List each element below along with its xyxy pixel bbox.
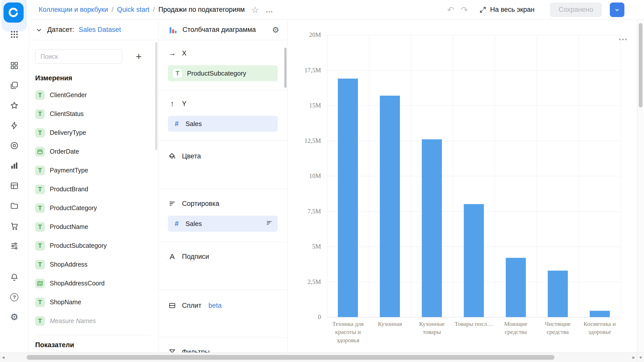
favorite-star-icon[interactable]: ☆ xyxy=(251,6,259,14)
scroll-down-arrow-icon[interactable]: ▾ xyxy=(639,355,642,360)
apps-grid-icon[interactable] xyxy=(0,26,29,42)
dataset-scrollbar-thumb[interactable] xyxy=(155,42,157,150)
colors-section: Цвета xyxy=(158,141,287,189)
dataset-name-link[interactable]: Sales Dataset xyxy=(79,26,121,34)
dataset-field-paymenttype[interactable]: TPaymentType xyxy=(29,161,158,180)
dataset-field-shopname[interactable]: TShopName xyxy=(29,293,158,312)
bar-column xyxy=(411,35,453,317)
x-field-chip[interactable]: T ProductSubcategory xyxy=(168,65,278,81)
y-axis-icon: ↑ xyxy=(168,99,176,108)
dataset-label: Датасет: xyxy=(47,26,74,34)
breadcrumb-quick-start[interactable]: Quick start xyxy=(117,6,149,14)
dataset-field-clientgender[interactable]: TClientGender xyxy=(29,86,158,104)
dataset-field-clientstatus[interactable]: TClientStatus xyxy=(29,104,158,123)
sort-direction-icon[interactable] xyxy=(266,219,273,228)
scroll-left-arrow-icon[interactable]: ◂ xyxy=(2,354,5,360)
saved-button[interactable]: Сохранено xyxy=(550,3,602,17)
horizontal-scrollbar[interactable]: ◂ ▸ xyxy=(0,352,637,362)
y-field-chip[interactable]: # Sales xyxy=(168,116,278,132)
breadcrumb: Коллекции и воркбуки / Quick start / Про… xyxy=(39,6,245,14)
dashboards-icon[interactable] xyxy=(0,57,29,74)
x-category-label: Моющие средства xyxy=(495,320,537,344)
dataset-field-productbrand[interactable]: TProductBrand xyxy=(29,180,158,199)
settings-gear-icon[interactable]: ⚙ xyxy=(0,309,29,325)
bar-Товары посл…[interactable] xyxy=(464,204,484,317)
app-window: ? ⚙ Коллекции и воркбуки / Quick start /… xyxy=(0,0,644,362)
field-search-input[interactable] xyxy=(35,49,122,64)
field-label: ProductBrand xyxy=(50,186,88,193)
plot-area xyxy=(327,35,621,317)
dataset-field-productsubcategory[interactable]: TProductSubcategory xyxy=(29,236,158,255)
field-label: ProductName xyxy=(50,223,88,230)
string-field-type-icon: T xyxy=(173,69,182,78)
bar-Кухонные товары[interactable] xyxy=(422,139,442,317)
x-category-label: Чистящие средства xyxy=(537,320,579,344)
help-icon[interactable]: ? xyxy=(0,289,29,305)
monitoring-icon[interactable] xyxy=(0,138,29,154)
dataset-field-shopaddress[interactable]: TShopAddress xyxy=(29,255,158,274)
save-dropdown-button[interactable] xyxy=(610,3,624,17)
column-chart-type-icon[interactable] xyxy=(168,25,177,34)
notifications-icon[interactable] xyxy=(0,269,29,285)
y-tick-label: 0 xyxy=(288,313,321,321)
field-label: Measure Names xyxy=(50,317,96,325)
labels-icon: A xyxy=(168,252,176,261)
x-category-label: Кухонные товары xyxy=(411,320,453,344)
chart-type-label[interactable]: Столбчатая диаграмма xyxy=(182,26,256,34)
dataset-field-orderdate[interactable]: OrderDate xyxy=(29,142,158,161)
string-field-type-icon: T xyxy=(35,316,45,326)
scroll-corner[interactable]: ▾ xyxy=(637,352,644,362)
string-field-type-icon: T xyxy=(35,241,45,251)
dataset-header: Датасет: Sales Dataset xyxy=(29,20,158,40)
y-axis-tick-labels: 20M17,5M15M12,5M10M7,5M5M2,5M0 xyxy=(288,35,321,317)
bar-Кухонная[interactable] xyxy=(380,96,400,317)
sort-field-name: Sales xyxy=(186,220,202,228)
bar-column xyxy=(495,35,537,317)
marketplace-icon[interactable] xyxy=(0,218,29,234)
field-label: DeliveryType xyxy=(50,129,86,136)
bar-Моющие средства[interactable] xyxy=(506,258,526,317)
undo-icon[interactable]: ↶ xyxy=(447,6,454,14)
dataset-field-productname[interactable]: TProductName xyxy=(29,217,158,236)
x-axis-icon: → xyxy=(168,49,176,57)
bar-column xyxy=(453,35,495,317)
bar-Косметика и здоровье[interactable] xyxy=(590,311,610,317)
vertical-scrollbar[interactable] xyxy=(637,20,644,352)
measures-section-title: Показатели xyxy=(29,335,158,350)
chart-settings-gear-icon[interactable]: ⚙ xyxy=(272,26,279,34)
y-tick-label: 2,5M xyxy=(288,278,321,286)
horizontal-scrollbar-thumb[interactable] xyxy=(27,355,555,360)
redo-icon[interactable]: ↷ xyxy=(461,6,468,14)
dataset-field-measure-names[interactable]: TMeasure Names xyxy=(29,312,158,330)
bar-Техника для красоты и здоровья[interactable] xyxy=(338,79,358,317)
fullscreen-label: На весь экран xyxy=(490,6,535,14)
connections-icon[interactable] xyxy=(0,198,29,214)
editor-icon[interactable] xyxy=(0,117,29,134)
breadcrumb-collections[interactable]: Коллекции и воркбуки xyxy=(39,6,108,14)
string-field-type-icon: T xyxy=(35,128,45,138)
y-tick-label: 15M xyxy=(288,102,321,109)
dataset-field-productcategory[interactable]: TProductCategory xyxy=(29,199,158,217)
field-label: ShopName xyxy=(50,298,81,306)
bar-Чистящие средства[interactable] xyxy=(548,271,568,317)
add-field-button[interactable]: + xyxy=(132,50,145,63)
dataset-field-deliverytype[interactable]: TDeliveryType xyxy=(29,123,158,142)
field-label: OrderDate xyxy=(50,148,79,155)
app-logo[interactable] xyxy=(4,3,24,23)
config-scrollbar-thumb[interactable] xyxy=(284,48,287,88)
collections-icon[interactable] xyxy=(0,77,29,93)
fullscreen-button[interactable]: На весь экран xyxy=(479,6,535,14)
datasets-icon[interactable] xyxy=(0,178,29,194)
dimensions-section-title: Измерения xyxy=(29,64,158,84)
favorites-icon[interactable] xyxy=(0,97,29,113)
services-icon[interactable] xyxy=(0,238,29,254)
chevron-down-icon[interactable] xyxy=(35,26,43,34)
vertical-scrollbar-thumb[interactable] xyxy=(639,23,642,107)
more-actions-icon[interactable]: … xyxy=(265,6,273,14)
x-axis-category-labels: Техника для красоты и здоровьяКухоннаяКу… xyxy=(327,320,621,344)
v-gridline xyxy=(621,35,621,317)
sort-field-chip[interactable]: # Sales xyxy=(168,216,278,232)
scroll-right-arrow-icon[interactable]: ▸ xyxy=(632,354,635,360)
dataset-field-shopaddresscoord[interactable]: ShopAddressCoord xyxy=(29,274,158,293)
charts-icon[interactable] xyxy=(0,158,29,174)
